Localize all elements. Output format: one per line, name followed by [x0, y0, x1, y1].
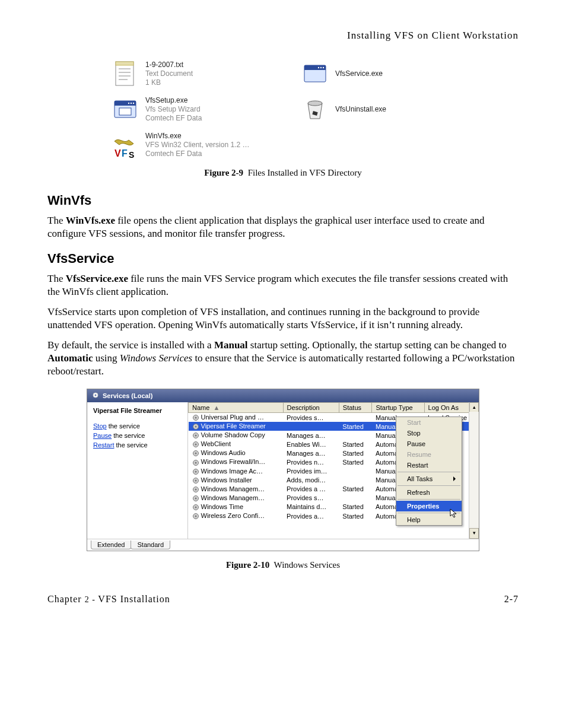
file-desc: Vfs Setup Wizard	[145, 105, 202, 114]
svg-rect-1	[116, 62, 133, 65]
service-gear-icon	[192, 459, 199, 466]
menu-separator	[398, 499, 460, 500]
scroll-track[interactable]	[469, 412, 479, 529]
cursor-icon	[449, 508, 460, 519]
menu-stop[interactable]: Stop	[396, 428, 462, 438]
para-winvfs: The WinVfs.exe file opens the client app…	[47, 214, 519, 240]
svg-point-15	[128, 103, 129, 104]
link-pause-service[interactable]: Pause	[93, 432, 112, 439]
svg-point-8	[320, 67, 322, 68]
file-tile-setup: VfsSetup.exe Vfs Setup Wizard Comtech EF…	[111, 95, 265, 123]
svg-point-33	[195, 453, 196, 454]
col-status[interactable]: Status	[339, 403, 372, 413]
menu-restart[interactable]: Restart	[396, 460, 462, 471]
file-name: VfsService.exe	[335, 69, 383, 78]
text: The	[47, 273, 66, 284]
service-gear-icon	[192, 432, 199, 439]
text-bold: WinVfs.exe	[66, 215, 115, 226]
svg-point-13	[131, 103, 132, 104]
file-tile-uninstall: VfsUninstall.exe	[301, 95, 455, 123]
file-tile-winvfs: V F S WinVfs.exe VFS Win32 Client, versi…	[111, 131, 301, 159]
col-startup[interactable]: Startup Type	[372, 403, 424, 413]
svg-point-27	[195, 426, 196, 428]
sort-asc-icon: ▲	[213, 404, 220, 411]
service-gear-icon	[192, 495, 199, 502]
tab-standard[interactable]: Standard	[131, 541, 170, 549]
menu-start[interactable]: Start	[396, 417, 462, 428]
services-title-text: Services (Local)	[103, 392, 152, 399]
text-bold: Manual	[214, 339, 248, 351]
file-size: 1 KB	[145, 78, 193, 87]
svg-point-37	[195, 471, 196, 472]
heading-vfsservice: VfsService	[47, 251, 519, 266]
service-gear-icon	[192, 513, 199, 520]
menu-pause[interactable]: Pause	[396, 438, 462, 449]
gear-icon	[92, 392, 99, 400]
text: startup setting. Optionally, the startup…	[248, 339, 507, 351]
svg-point-23	[95, 395, 97, 396]
figure-text: Files Installed in VFS Directory	[248, 168, 362, 177]
svg-point-39	[195, 479, 196, 481]
svg-point-9	[323, 67, 324, 68]
svg-point-43	[195, 497, 196, 499]
services-list-pane: Name ▲ Description Status Startup Type L…	[188, 402, 479, 539]
file-name: 1-9-2007.txt	[145, 61, 193, 69]
svg-point-25	[195, 417, 196, 419]
svg-rect-16	[119, 108, 131, 115]
service-gear-icon	[192, 423, 199, 430]
link-restart-service[interactable]: Restart	[93, 441, 114, 449]
svg-point-29	[195, 435, 196, 437]
file-name: VfsUninstall.exe	[335, 105, 386, 114]
vertical-scrollbar[interactable]: ▴ ▾	[469, 402, 479, 539]
svg-text:F: F	[122, 148, 128, 158]
text-bold: VfsService.exe	[66, 273, 128, 284]
installer-icon	[111, 95, 139, 123]
menu-all-tasks[interactable]: All Tasks	[396, 473, 462, 484]
file-name: VfsSetup.exe	[145, 96, 202, 105]
figure-text: Windows Services	[274, 560, 340, 570]
menu-separator	[398, 485, 460, 486]
text-italic: Windows Services	[120, 352, 192, 364]
text: the service	[114, 441, 147, 449]
para-vfsservice-1: The VfsService.exe file runs the main VF…	[47, 272, 519, 298]
file-vendor: Comtech EF Data	[145, 114, 202, 123]
col-description[interactable]: Description	[283, 403, 339, 413]
service-gear-icon	[192, 414, 199, 421]
para-vfsservice-3: By default, the service is installed wit…	[47, 339, 519, 378]
file-tile-service: VfsService.exe	[301, 59, 455, 88]
uninstall-trash-icon	[301, 95, 329, 123]
svg-rect-7	[304, 65, 326, 70]
file-tile-txt: 1-9-2007.txt Text Document 1 KB	[111, 59, 265, 88]
svg-point-35	[195, 462, 196, 463]
file-desc: Text Document	[145, 69, 193, 78]
menu-refresh[interactable]: Refresh	[396, 487, 462, 498]
svg-point-17	[308, 101, 322, 106]
service-gear-icon	[192, 477, 199, 484]
menu-resume[interactable]: Resume	[396, 449, 462, 460]
tab-extended[interactable]: Extended	[91, 541, 131, 549]
svg-point-47	[195, 516, 196, 517]
winvfs-app-icon: V F S	[111, 131, 139, 159]
figure-label: Figure 2-9	[204, 168, 243, 177]
page-footer: Chapter 2 - VFS Installation 2-7	[47, 594, 519, 605]
col-name[interactable]: Name ▲	[189, 403, 284, 413]
service-gear-icon	[192, 441, 199, 448]
exe-window-icon	[301, 59, 329, 88]
svg-point-31	[195, 444, 196, 446]
svg-text:S: S	[129, 150, 134, 159]
file-tiles: 1-9-2007.txt Text Document 1 KB VfsServi…	[111, 59, 455, 159]
services-window: Services (Local) Vipersat File Streamer …	[87, 389, 479, 551]
footer-left: Chapter 2 - VFS Installation	[47, 594, 170, 605]
heading-winvfs: WinVfs	[47, 193, 519, 208]
text-file-icon	[111, 59, 139, 88]
service-gear-icon	[192, 450, 199, 457]
text: the service	[107, 422, 140, 430]
para-vfsservice-2: VfsService starts upon completion of VFS…	[47, 306, 519, 332]
svg-rect-12	[115, 101, 136, 106]
text: using	[93, 352, 119, 364]
services-title-bar: Services (Local)	[87, 389, 479, 402]
svg-point-14	[133, 103, 134, 104]
link-stop-service[interactable]: Stop	[93, 422, 107, 430]
svg-text:V: V	[115, 148, 121, 158]
scroll-down-button[interactable]: ▾	[469, 528, 479, 539]
